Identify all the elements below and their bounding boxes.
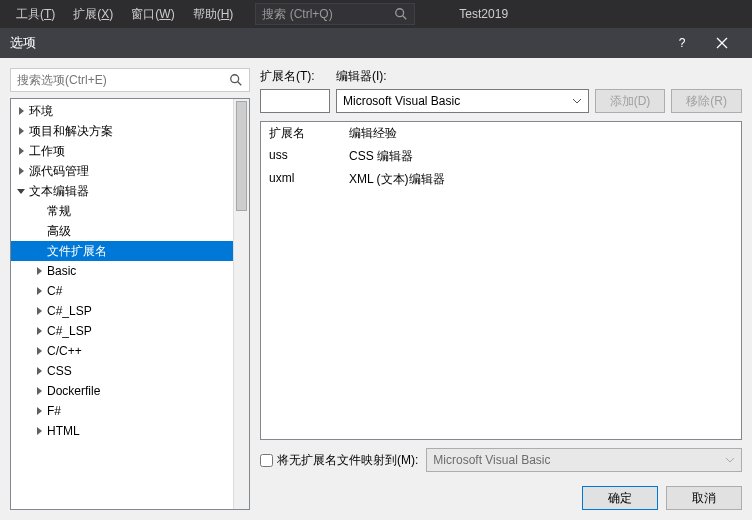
tree-item[interactable]: 高级 bbox=[11, 221, 233, 241]
chevron-right-icon[interactable] bbox=[15, 125, 27, 137]
chevron-right-icon[interactable] bbox=[33, 425, 45, 437]
menu-help[interactable]: 帮助(H) bbox=[185, 2, 242, 27]
tree-item-label: 源代码管理 bbox=[29, 163, 89, 180]
tree-item-label: F# bbox=[47, 404, 61, 418]
chevron-right-icon[interactable] bbox=[33, 365, 45, 377]
svg-line-1 bbox=[403, 16, 407, 20]
global-search-input[interactable]: 搜索 (Ctrl+Q) bbox=[255, 3, 415, 25]
tree-item[interactable]: 工作项 bbox=[11, 141, 233, 161]
tree-item-label: 环境 bbox=[29, 103, 53, 120]
tree-item[interactable]: F# bbox=[11, 401, 233, 421]
tree-item[interactable]: HTML bbox=[11, 421, 233, 441]
dialog-footer: 确定 取消 bbox=[260, 486, 742, 510]
chevron-down-icon bbox=[572, 96, 582, 106]
chevron-right-icon[interactable] bbox=[33, 305, 45, 317]
close-icon bbox=[716, 37, 728, 49]
tree-container: 环境项目和解决方案工作项源代码管理文本编辑器常规高级文件扩展名BasicC#C#… bbox=[10, 98, 250, 510]
map-select: Microsoft Visual Basic bbox=[426, 448, 742, 472]
table-header: 扩展名 bbox=[261, 122, 341, 145]
menu-extensions[interactable]: 扩展(X) bbox=[65, 2, 121, 27]
document-tab[interactable]: Test2019 bbox=[447, 3, 520, 25]
table-cell[interactable]: uxml bbox=[261, 168, 341, 191]
tree-item-label: CSS bbox=[47, 364, 72, 378]
tree-item-label: 常规 bbox=[47, 203, 71, 220]
tree-item-label: 工作项 bbox=[29, 143, 65, 160]
tree-item-label: 文本编辑器 bbox=[29, 183, 89, 200]
tree-item[interactable]: Dockerfile bbox=[11, 381, 233, 401]
table-cell[interactable]: uss bbox=[261, 145, 341, 168]
extension-input[interactable] bbox=[260, 89, 330, 113]
svg-point-4 bbox=[231, 75, 239, 83]
chevron-down-icon bbox=[725, 455, 735, 465]
chevron-right-icon[interactable] bbox=[33, 345, 45, 357]
tree-item[interactable]: 项目和解决方案 bbox=[11, 121, 233, 141]
tree-item[interactable]: 文件扩展名 bbox=[11, 241, 233, 261]
chevron-right-icon[interactable] bbox=[33, 285, 45, 297]
scrollbar[interactable] bbox=[233, 99, 249, 509]
dialog-titlebar: 选项 ? bbox=[0, 28, 752, 58]
chevron-right-icon[interactable] bbox=[33, 405, 45, 417]
tree-item-label: HTML bbox=[47, 424, 80, 438]
tree-item[interactable]: Basic bbox=[11, 261, 233, 281]
tree-item[interactable]: CSS bbox=[11, 361, 233, 381]
map-checkbox-label: 将无扩展名文件映射到(M): bbox=[277, 452, 418, 469]
tree-item-label: 高级 bbox=[47, 223, 71, 240]
chevron-right-icon[interactable] bbox=[15, 165, 27, 177]
cancel-button[interactable]: 取消 bbox=[666, 486, 742, 510]
tree-item-label: Dockerfile bbox=[47, 384, 100, 398]
map-checkbox[interactable] bbox=[260, 454, 273, 467]
chevron-down-icon[interactable] bbox=[15, 185, 27, 197]
left-pane: 环境项目和解决方案工作项源代码管理文本编辑器常规高级文件扩展名BasicC#C#… bbox=[10, 68, 250, 510]
tree-item[interactable]: C/C++ bbox=[11, 341, 233, 361]
add-button[interactable]: 添加(D) bbox=[595, 89, 666, 113]
remove-button[interactable]: 移除(R) bbox=[671, 89, 742, 113]
svg-line-5 bbox=[238, 82, 242, 86]
tree-item[interactable]: C#_LSP bbox=[11, 301, 233, 321]
tree-item-label: C/C++ bbox=[47, 344, 82, 358]
tree-item-label: 文件扩展名 bbox=[47, 243, 107, 260]
tree-item[interactable]: C#_LSP bbox=[11, 321, 233, 341]
tree-spacer bbox=[33, 205, 45, 217]
dialog-body: 环境项目和解决方案工作项源代码管理文本编辑器常规高级文件扩展名BasicC#C#… bbox=[0, 58, 752, 520]
tree-item[interactable]: C# bbox=[11, 281, 233, 301]
tree-item-label: C#_LSP bbox=[47, 324, 92, 338]
tree-item-label: C#_LSP bbox=[47, 304, 92, 318]
editor-select-value: Microsoft Visual Basic bbox=[343, 94, 460, 108]
tree-item-label: C# bbox=[47, 284, 62, 298]
menu-tools[interactable]: 工具(T) bbox=[8, 2, 63, 27]
help-button[interactable]: ? bbox=[662, 28, 702, 58]
tree-item[interactable]: 常规 bbox=[11, 201, 233, 221]
chevron-right-icon[interactable] bbox=[33, 325, 45, 337]
chevron-right-icon[interactable] bbox=[15, 145, 27, 157]
tree-item-label: 项目和解决方案 bbox=[29, 123, 113, 140]
chevron-right-icon[interactable] bbox=[33, 265, 45, 277]
scrollbar-thumb[interactable] bbox=[236, 101, 247, 211]
table-cell[interactable]: XML (文本)编辑器 bbox=[341, 168, 741, 191]
tree-item[interactable]: 源代码管理 bbox=[11, 161, 233, 181]
options-search-input[interactable] bbox=[17, 73, 229, 87]
options-tree[interactable]: 环境项目和解决方案工作项源代码管理文本编辑器常规高级文件扩展名BasicC#C#… bbox=[11, 99, 233, 509]
options-search[interactable] bbox=[10, 68, 250, 92]
extension-table[interactable]: 扩展名编辑经验ussCSS 编辑器uxmlXML (文本)编辑器 bbox=[260, 121, 742, 440]
tree-spacer bbox=[33, 225, 45, 237]
tree-item[interactable]: 文本编辑器 bbox=[11, 181, 233, 201]
menubar: 工具(T) 扩展(X) 窗口(W) 帮助(H) 搜索 (Ctrl+Q) Test… bbox=[0, 0, 752, 28]
ok-button[interactable]: 确定 bbox=[582, 486, 658, 510]
svg-point-0 bbox=[396, 9, 404, 17]
close-button[interactable] bbox=[702, 28, 742, 58]
table-cell[interactable]: CSS 编辑器 bbox=[341, 145, 741, 168]
tree-item[interactable]: 环境 bbox=[11, 101, 233, 121]
tree-item-label: Basic bbox=[47, 264, 76, 278]
right-pane: 扩展名(T): 编辑器(I): Microsoft Visual Basic 添… bbox=[260, 68, 742, 510]
map-select-value: Microsoft Visual Basic bbox=[433, 453, 550, 467]
map-checkbox-wrap[interactable]: 将无扩展名文件映射到(M): bbox=[260, 452, 418, 469]
chevron-right-icon[interactable] bbox=[15, 105, 27, 117]
extension-label: 扩展名(T): bbox=[260, 68, 330, 85]
chevron-right-icon[interactable] bbox=[33, 385, 45, 397]
search-icon bbox=[229, 73, 243, 87]
dialog-title: 选项 bbox=[10, 34, 662, 52]
table-header: 编辑经验 bbox=[341, 122, 741, 145]
menu-window[interactable]: 窗口(W) bbox=[123, 2, 182, 27]
editor-select[interactable]: Microsoft Visual Basic bbox=[336, 89, 589, 113]
tree-spacer bbox=[33, 245, 45, 257]
